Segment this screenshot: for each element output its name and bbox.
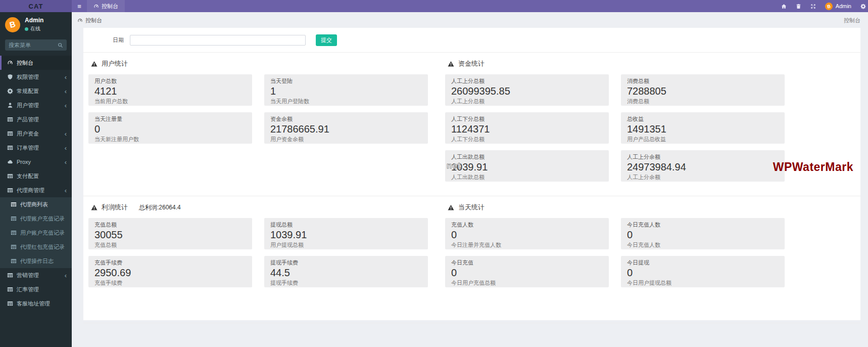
sidebar-item-label: 权限管理	[17, 73, 39, 81]
section-today-stats: 当天统计 充值人数 0 今日注册并充值人数 今日充值人数 0 今日充值人数	[444, 196, 786, 287]
sidebar-subitem-agent-list[interactable]: 代理商列表	[0, 197, 72, 211]
sidebar-item-label: 代理商管理	[17, 187, 44, 194]
sidebar-subitem-redpacket-recharge-records[interactable]: 代理红包充值记录	[0, 240, 72, 254]
sidebar-subitem-user-recharge-records[interactable]: 用户账户充值记录	[0, 226, 72, 240]
sidebar-item-dashboard[interactable]: 控制台	[0, 56, 72, 70]
sidebar-toggle-button[interactable]: ≡	[72, 0, 87, 12]
table-icon	[7, 300, 17, 307]
section-title: 用户统计	[102, 59, 128, 68]
sidebar-item-label: 营销管理	[17, 272, 39, 279]
chevron-left-icon: ‹	[65, 102, 67, 109]
stat-card-withdrawal-total: 提现总额 1039.91 用户提现总额	[264, 218, 428, 249]
table-icon	[7, 145, 17, 151]
stat-card-withdrawal-fee: 提现手续费 44.5 提现手续费	[264, 256, 428, 287]
submit-button[interactable]: 提交	[316, 34, 337, 46]
fullscreen-icon[interactable]	[810, 4, 816, 9]
section-title: 资金统计	[458, 59, 485, 68]
sidebar-subitem-agent-operation-log[interactable]: 代理操作日志	[0, 254, 72, 268]
sidebar-item-label: 汇率管理	[17, 286, 39, 293]
table-icon	[7, 272, 17, 278]
stat-card-fund-balance: 资金余额 21786665.91 用户资金余额	[264, 112, 428, 144]
bitcoin-avatar: B	[5, 17, 20, 32]
section-profit-stats: 利润统计 总利润:26064.4 充值总额 30055 充值总额 提现总额 10…	[87, 196, 429, 287]
gear-icon[interactable]	[860, 4, 866, 9]
sidebar-username: Admin	[25, 17, 43, 24]
dashboard-icon	[77, 18, 83, 23]
sidebar-item-label: 订单管理	[17, 144, 39, 152]
sidebar-item-payment-config[interactable]: 支付配置	[0, 169, 72, 183]
chevron-left-icon: ‹	[65, 159, 67, 165]
wp-watermark: WPWaterMark	[773, 160, 853, 174]
breadcrumb-home[interactable]: 控制台	[77, 17, 102, 24]
sidebar-item-general-config[interactable]: 常规配置 ‹	[0, 84, 72, 98]
sidebar-item-label: 常规配置	[17, 88, 39, 95]
sidebar-item-label: Proxy	[17, 159, 31, 165]
table-icon	[7, 286, 17, 292]
cogs-icon	[7, 88, 17, 94]
sidebar-item-user-management[interactable]: 用户管理 ‹	[0, 98, 72, 112]
table-icon	[11, 201, 20, 207]
sidebar-item-permissions[interactable]: 权限管理 ‹	[0, 70, 72, 84]
table-icon	[11, 230, 20, 236]
sidebar-item-label: 产品管理	[17, 116, 39, 123]
sidebar-item-exchange-rate[interactable]: 汇率管理	[0, 282, 72, 296]
stat-card-manual-payout-total: 人工出款总额 1039.91 人工出款总额 net	[445, 150, 609, 182]
stat-card-today-logins: 当天登陆 1 当天用户登陆数	[264, 74, 428, 106]
sidebar-item-marketing-management[interactable]: 营销管理 ‹	[0, 268, 72, 282]
search-input[interactable]	[9, 42, 58, 48]
main-content: 控制台 控制台 日期 提交 用户统计 用户	[72, 12, 868, 347]
chevron-left-icon: ‹	[65, 131, 67, 137]
stat-card-total-users: 用户总数 4121 当前用户总数	[88, 74, 252, 106]
sidebar: B Admin 在线 控制台 权限管理 ‹ 常规配置 ‹	[0, 12, 72, 347]
sidebar-item-order-management[interactable]: 订单管理 ‹	[0, 141, 72, 155]
search-icon[interactable]	[58, 42, 63, 48]
date-filter-form: 日期 提交	[83, 28, 860, 52]
stats-row-top: 用户统计 用户总数 4121 当前用户总数 当天登陆 1 当天用户登陆数	[83, 53, 860, 182]
sidebar-item-user-funds[interactable]: 用户资金 ‹	[0, 126, 72, 141]
trash-icon[interactable]	[796, 4, 801, 9]
dashboard-panel: 日期 提交 用户统计 用户总数 4121 当前用户总数	[83, 28, 860, 320]
user-menu[interactable]: B Admin	[825, 3, 851, 10]
sidebar-search	[5, 39, 67, 51]
sidebar-subitem-label: 代理操作日志	[20, 257, 54, 265]
stat-card-consumption-total: 消费总额 7288805 消费总额	[621, 74, 785, 106]
chevron-left-icon: ‹	[65, 145, 67, 151]
brand-logo[interactable]: CAT	[0, 0, 72, 12]
chevron-left-icon: ‹	[65, 272, 67, 279]
warning-icon	[91, 204, 98, 211]
home-icon[interactable]	[781, 4, 787, 9]
sidebar-item-product-management[interactable]: 产品管理	[0, 112, 72, 126]
user-avatar: B	[824, 2, 833, 11]
table-icon	[11, 244, 20, 250]
stat-card-manual-credit-balance: 人工上分余额 24973984.94 人工上分余额	[621, 150, 785, 182]
stat-card-recharge-total: 充值总额 30055 充值总额	[88, 218, 252, 249]
table-icon	[11, 258, 20, 264]
sidebar-item-proxy[interactable]: Proxy ‹	[0, 155, 72, 169]
top-navbar: CAT ≡ 控制台 B Admin	[0, 0, 868, 12]
sidebar-subitem-label: 代理账户充值记录	[20, 215, 65, 223]
sidebar-item-support-address[interactable]: 客服地址管理	[0, 296, 72, 311]
stat-card-recharge-users: 充值人数 0 今日注册并充值人数	[445, 218, 609, 249]
online-status-label: 在线	[30, 25, 40, 32]
tab-dashboard[interactable]: 控制台	[87, 0, 125, 12]
sidebar-item-agent-management[interactable]: 代理商管理 ‹	[0, 183, 72, 197]
sidebar-subitem-agent-recharge-records[interactable]: 代理账户充值记录	[0, 211, 72, 226]
navbar-spacer	[125, 0, 781, 12]
user-icon	[7, 102, 17, 108]
gauge-icon	[7, 60, 17, 66]
section-user-stats: 用户统计 用户总数 4121 当前用户总数 当天登陆 1 当天用户登陆数	[87, 53, 429, 182]
sidebar-item-label: 用户资金	[17, 130, 39, 138]
navbar-right: B Admin	[781, 0, 868, 12]
breadcrumb-label: 控制台	[85, 17, 102, 24]
online-status-dot	[25, 27, 28, 31]
table-icon	[7, 187, 17, 193]
stat-card-total-earnings: 总收益 1491351 用户产品总收益	[621, 112, 785, 144]
date-input[interactable]	[130, 35, 306, 46]
warning-icon	[448, 61, 454, 67]
sidebar-item-label: 控制台	[17, 59, 33, 67]
breadcrumb: 控制台 控制台	[72, 12, 868, 27]
divider	[83, 323, 860, 323]
dashboard-icon	[93, 4, 99, 9]
net-watermark: net	[447, 161, 461, 171]
table-icon	[7, 116, 17, 122]
